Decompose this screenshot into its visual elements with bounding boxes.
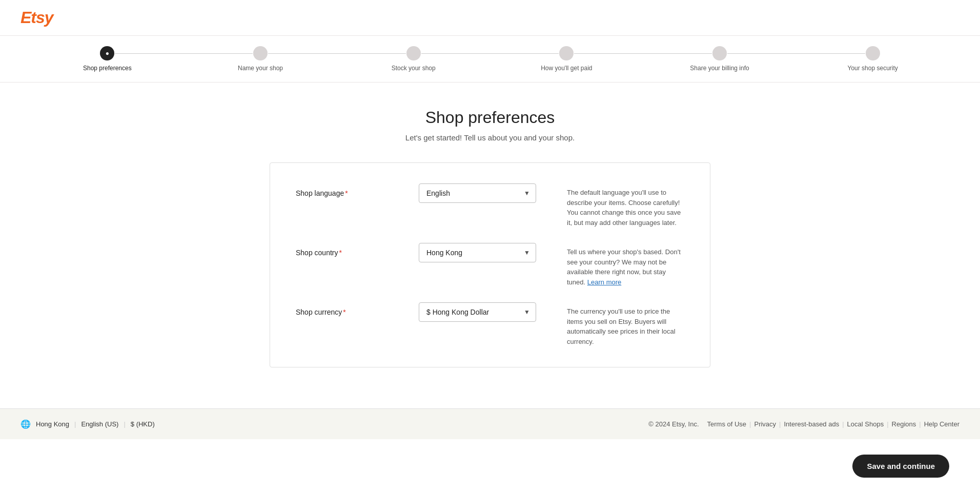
footer-locale-currency: $ (HKD): [131, 420, 155, 428]
page-subtitle: Let's get started! Tell us about you and…: [270, 133, 710, 142]
footer-sep-2: |: [124, 420, 125, 428]
progress-step-5: Your shop security: [796, 46, 949, 72]
form-card: Shop language* English French German Spa…: [270, 162, 710, 367]
shop-currency-help-text: The currency you'll use to price the ite…: [567, 306, 684, 346]
save-continue-button[interactable]: Save and continue: [852, 455, 949, 478]
footer-link-interest[interactable]: Interest-based ads: [784, 420, 840, 428]
required-star-language: *: [345, 189, 348, 197]
step-circle-2: [406, 46, 421, 60]
shop-language-input-col: English French German Spanish ▼: [419, 183, 536, 203]
footer-locale-country: Hong Kong: [36, 420, 69, 428]
shop-currency-select-wrapper: $ Hong Kong Dollar $ US Dollar € Euro £ …: [419, 302, 536, 322]
footer: 🌐 Hong Kong | English (US) | $ (HKD) © 2…: [0, 408, 980, 439]
shop-country-help-col: Tell us where your shop's based. Don't s…: [536, 243, 684, 287]
shop-country-select-wrapper: Hong Kong United States United Kingdom A…: [419, 243, 536, 262]
shop-country-select[interactable]: Hong Kong United States United Kingdom A…: [419, 243, 536, 262]
footer-left: 🌐 Hong Kong | English (US) | $ (HKD): [21, 419, 155, 429]
progress-step-0: ●Shop preferences: [31, 46, 184, 72]
footer-link-regions[interactable]: Regions: [892, 420, 916, 428]
shop-language-select-wrapper: English French German Spanish ▼: [419, 183, 536, 203]
required-star-currency: *: [343, 308, 345, 316]
shop-currency-select[interactable]: $ Hong Kong Dollar $ US Dollar € Euro £ …: [419, 302, 536, 322]
learn-more-link[interactable]: Learn more: [587, 278, 621, 286]
step-label-2: Stock your shop: [392, 65, 436, 72]
shop-language-label: Shop language*: [296, 189, 348, 197]
shop-country-input-col: Hong Kong United States United Kingdom A…: [419, 243, 536, 262]
footer-sep-1: |: [74, 420, 76, 428]
step-circle-1: [253, 46, 268, 60]
shop-language-row: Shop language* English French German Spa…: [296, 183, 684, 228]
globe-icon: 🌐: [21, 419, 31, 429]
shop-currency-label-col: Shop currency*: [296, 302, 419, 317]
page-title: Shop preferences: [270, 108, 710, 127]
step-circle-4: [712, 46, 727, 60]
step-label-4: Share your billing info: [690, 65, 749, 72]
step-label-5: Your shop security: [848, 65, 898, 72]
progress-bar: ●Shop preferencesName your shopStock you…: [0, 36, 980, 83]
progress-step-3: How you'll get paid: [490, 46, 643, 72]
shop-language-label-col: Shop language*: [296, 183, 419, 198]
footer-link-privacy[interactable]: Privacy: [754, 420, 776, 428]
footer-link-help[interactable]: Help Center: [924, 420, 959, 428]
shop-country-label: Shop country*: [296, 249, 342, 257]
footer-sep-7: |: [919, 420, 921, 428]
header: Etsy: [0, 0, 980, 36]
shop-language-help-col: The default language you'll use to descr…: [536, 183, 684, 228]
footer-right: © 2024 Etsy, Inc. Terms of Use | Privacy…: [648, 420, 959, 428]
footer-sep-4: |: [779, 420, 781, 428]
footer-locale-language: English (US): [81, 420, 118, 428]
footer-link-terms[interactable]: Terms of Use: [707, 420, 747, 428]
main-content: Shop preferences Let's get started! Tell…: [259, 108, 721, 367]
shop-currency-row: Shop currency* $ Hong Kong Dollar $ US D…: [296, 302, 684, 346]
footer-sep-6: |: [887, 420, 888, 428]
footer-sep-5: |: [842, 420, 844, 428]
step-circle-5: [866, 46, 880, 60]
footer-copyright: © 2024 Etsy, Inc.: [648, 420, 699, 428]
shop-currency-help-col: The currency you'll use to price the ite…: [536, 302, 684, 346]
step-label-0: Shop preferences: [83, 65, 132, 72]
step-circle-3: [559, 46, 574, 60]
shop-country-help-text: Tell us where your shop's based. Don't s…: [567, 247, 684, 287]
shop-language-help-text: The default language you'll use to descr…: [567, 188, 684, 228]
progress-step-4: Share your billing info: [643, 46, 797, 72]
shop-currency-input-col: $ Hong Kong Dollar $ US Dollar € Euro £ …: [419, 302, 536, 322]
shop-country-label-col: Shop country*: [296, 243, 419, 257]
footer-sep-3: |: [749, 420, 751, 428]
etsy-logo[interactable]: Etsy: [21, 8, 959, 27]
footer-link-local-shops[interactable]: Local Shops: [847, 420, 884, 428]
shop-language-select[interactable]: English French German Spanish: [419, 183, 536, 203]
step-label-1: Name your shop: [238, 65, 283, 72]
save-button-container: Save and continue: [852, 455, 949, 478]
step-label-3: How you'll get paid: [541, 65, 592, 72]
shop-currency-label: Shop currency*: [296, 308, 346, 316]
required-star-country: *: [339, 249, 342, 257]
progress-step-2: Stock your shop: [337, 46, 490, 72]
progress-step-1: Name your shop: [184, 46, 337, 72]
shop-country-row: Shop country* Hong Kong United States Un…: [296, 243, 684, 287]
step-circle-0: ●: [100, 46, 114, 60]
